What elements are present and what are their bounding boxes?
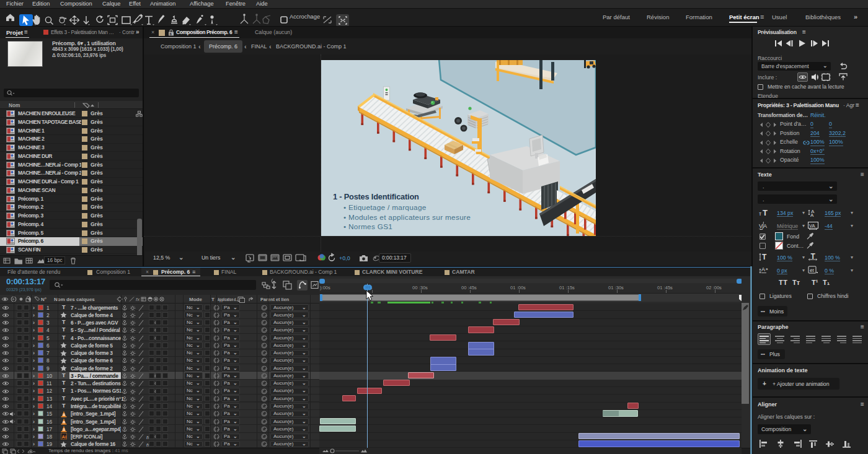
svg-text:fx: fx (136, 297, 140, 302)
svg-text:T: T (211, 297, 215, 302)
svg-text:N°: N° (41, 297, 46, 302)
svg-text:ét: ét (810, 268, 814, 273)
svg-text:• Normes GS1: • Normes GS1 (343, 222, 392, 231)
svg-text:• Etiquetage / marquage: • Etiquetage / marquage (343, 203, 427, 212)
svg-text:т: т (759, 211, 761, 217)
svg-text:V: V (759, 223, 763, 229)
svg-text:A: A (763, 223, 767, 229)
svg-text:Ai: Ai (62, 434, 67, 440)
svg-text:A: A (761, 266, 765, 273)
svg-text:1 - Postes Identification: 1 - Postes Identification (333, 192, 419, 201)
svg-text:Mode: Mode (189, 297, 202, 302)
svg-text:T: T (762, 253, 767, 261)
svg-text:+0,0: +0,0 (339, 255, 350, 261)
svg-text:Nom des calques: Nom des calques (54, 297, 95, 302)
svg-text:a: a (766, 267, 768, 271)
svg-text:T: T (763, 209, 768, 217)
svg-text:• Modules et applicateurs sur: • Modules et applicateurs sur mesure (343, 213, 471, 222)
svg-text:VA: VA (809, 223, 815, 229)
svg-text:A: A (810, 212, 814, 217)
